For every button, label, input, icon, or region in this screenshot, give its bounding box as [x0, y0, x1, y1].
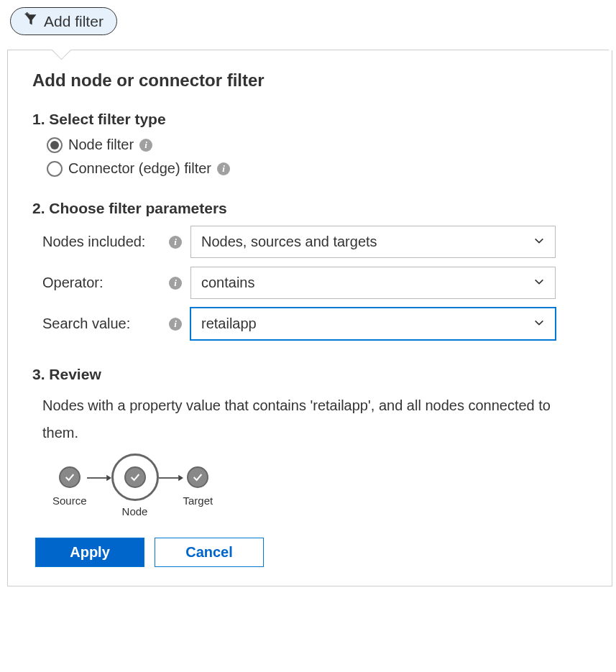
chevron-down-icon	[533, 234, 545, 250]
target-node-icon	[185, 464, 211, 490]
radio-node-filter[interactable]: Node filter i	[47, 137, 587, 153]
param-row-nodes-included: Nodes included: i Nodes, sources and tar…	[42, 226, 587, 258]
param-row-operator: Operator: i contains	[42, 267, 587, 299]
filter-panel: Add node or connector filter 1. Select f…	[7, 50, 612, 586]
radio-label: Node filter	[68, 137, 134, 153]
chevron-down-icon	[533, 275, 545, 291]
search-value-label: Search value:	[42, 316, 130, 332]
info-icon[interactable]: i	[169, 318, 182, 331]
radio-connector-filter[interactable]: Connector (edge) filter i	[47, 160, 587, 177]
info-icon[interactable]: i	[139, 139, 152, 152]
panel-pointer	[50, 50, 72, 63]
param-row-search-value: Search value: i retailapp	[42, 308, 587, 340]
info-icon[interactable]: i	[217, 162, 230, 175]
select-value: retailapp	[201, 316, 257, 332]
section1-title: 1. Select filter type	[32, 111, 587, 128]
relation-diagram: Source Node	[52, 454, 587, 517]
add-filter-label: Add filter	[44, 13, 104, 30]
funnel-icon	[24, 12, 38, 30]
select-value: Nodes, sources and targets	[201, 234, 377, 250]
chevron-down-icon	[533, 316, 545, 332]
search-value-input[interactable]: retailapp	[190, 308, 556, 340]
radio-icon	[47, 137, 63, 153]
operator-label: Operator:	[42, 275, 103, 291]
nodes-included-select[interactable]: Nodes, sources and targets	[190, 226, 556, 258]
radio-label: Connector (edge) filter	[68, 160, 211, 177]
operator-select[interactable]: contains	[190, 267, 556, 299]
panel-title: Add node or connector filter	[32, 70, 587, 91]
review-summary: Nodes with a property value that contain…	[42, 392, 587, 446]
section3-title: 3. Review	[32, 366, 587, 383]
apply-button[interactable]: Apply	[35, 538, 144, 567]
source-node-icon	[57, 464, 83, 490]
info-icon[interactable]: i	[169, 236, 182, 249]
target-label: Target	[183, 494, 213, 507]
arrow-icon	[159, 474, 183, 498]
node-label: Node	[122, 505, 148, 517]
select-value: contains	[201, 275, 255, 291]
radio-icon	[47, 161, 63, 177]
nodes-included-label: Nodes included:	[42, 234, 145, 250]
section2-title: 2. Choose filter parameters	[32, 200, 587, 217]
source-label: Source	[52, 494, 87, 507]
info-icon[interactable]: i	[169, 277, 182, 290]
add-filter-button[interactable]: Add filter	[10, 7, 117, 35]
cancel-button[interactable]: Cancel	[155, 538, 264, 567]
center-node-icon	[111, 454, 159, 501]
arrow-icon	[87, 474, 111, 498]
